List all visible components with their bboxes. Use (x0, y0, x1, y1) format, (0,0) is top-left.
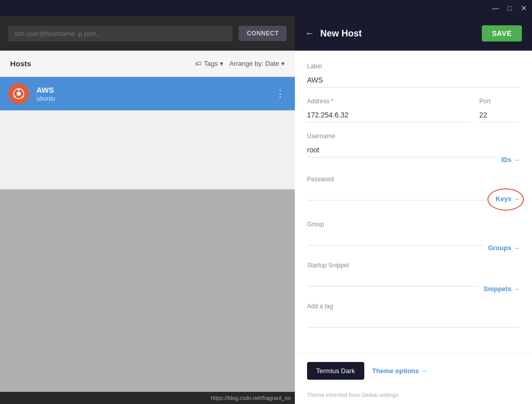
left-panel: CONNECT Hosts 🏷 Tags ▾ Arrange by: Date … (0, 16, 295, 404)
label-group: Label (307, 63, 520, 88)
password-row: Password Keys → (307, 176, 520, 211)
group-group: Group (307, 221, 484, 246)
arrange-label: Arrange by: Date (230, 60, 279, 67)
group-input[interactable] (307, 231, 484, 246)
address-label: Address * (307, 98, 471, 105)
main-layout: CONNECT Hosts 🏷 Tags ▾ Arrange by: Date … (0, 16, 532, 404)
right-panel: ← New Host SAVE Label Address * Port (295, 16, 532, 404)
form-body: Label Address * Port Username (295, 51, 532, 353)
groups-link[interactable]: Groups → (488, 244, 520, 256)
address-input[interactable] (307, 108, 471, 123)
address-group: Address * (307, 98, 471, 123)
keys-link-wrapper: Keys → (496, 195, 520, 211)
arrange-button[interactable]: Arrange by: Date ▾ (230, 60, 285, 67)
ssh-input[interactable] (8, 26, 233, 42)
tags-filter-button[interactable]: 🏷 Tags ▾ (195, 60, 223, 67)
host-list-empty (0, 189, 295, 392)
tag-icon: 🏷 (195, 60, 202, 67)
address-port-row: Address * Port (307, 98, 520, 133)
label-field-label: Label (307, 63, 520, 70)
tag-input[interactable] (307, 313, 520, 328)
tags-chevron-icon: ▾ (220, 60, 223, 67)
back-button[interactable]: ← (305, 28, 314, 39)
svg-point-1 (17, 92, 21, 96)
host-menu-button[interactable]: ⋮ (274, 86, 287, 101)
host-info: AWS ubuntu (36, 86, 274, 102)
password-label: Password (307, 176, 491, 183)
svg-point-2 (18, 89, 20, 91)
host-item-aws[interactable]: AWS ubuntu ⋮ (0, 77, 295, 110)
tags-label: Tags (204, 60, 217, 67)
keys-link[interactable]: Keys → (496, 195, 520, 207)
password-input[interactable] (307, 186, 491, 200)
watermark-bar: https://blog.csdn.net/fragrant_no (0, 392, 295, 404)
save-button[interactable]: SAVE (482, 25, 522, 42)
svg-point-4 (22, 96, 24, 98)
back-icon: ← (305, 28, 314, 39)
host-avatar (8, 83, 29, 104)
group-label: Group (307, 221, 484, 228)
host-list: AWS ubuntu ⋮ (0, 77, 295, 189)
ssh-bar: CONNECT (0, 16, 295, 51)
username-group: Username (307, 133, 497, 157)
username-label: Username (307, 133, 497, 140)
username-input[interactable] (307, 143, 497, 157)
startup-input[interactable] (307, 272, 479, 287)
watermark-text: https://blog.csdn.net/fragrant_no (211, 395, 291, 401)
ids-link[interactable]: IDs → (501, 156, 520, 168)
label-input[interactable] (307, 73, 520, 88)
port-label: Port (479, 98, 520, 105)
port-input[interactable] (479, 108, 520, 123)
password-group: Password (307, 176, 491, 200)
titlebar: — □ ✕ (0, 0, 532, 16)
theme-section: Termius Dark Theme options → (295, 353, 532, 388)
inherited-text: Theme inherited from Global settings (307, 392, 398, 398)
startup-row: Startup Snippet Snippets → (307, 262, 520, 297)
startup-group: Startup Snippet (307, 262, 479, 287)
minimize-button[interactable]: — (491, 4, 500, 12)
svg-point-3 (14, 96, 16, 98)
maximize-button[interactable]: □ (506, 4, 514, 12)
tag-group: Add a tag (307, 303, 520, 328)
tag-label: Add a tag (307, 303, 520, 310)
page-title: New Host (320, 28, 476, 39)
hosts-title: Hosts (10, 59, 189, 68)
close-button[interactable]: ✕ (520, 4, 528, 12)
arrange-chevron-icon: ▾ (281, 60, 285, 67)
port-group: Port (479, 98, 520, 123)
group-row: Group Groups → (307, 221, 520, 256)
snippets-link[interactable]: Snippets → (483, 285, 520, 297)
connect-button[interactable]: CONNECT (239, 26, 287, 41)
host-user: ubuntu (36, 95, 274, 102)
theme-dark-button[interactable]: Termius Dark (307, 362, 364, 380)
host-name: AWS (36, 86, 274, 94)
bottom-info: Theme inherited from Global settings (295, 388, 532, 404)
startup-label: Startup Snippet (307, 262, 479, 269)
right-header: ← New Host SAVE (295, 16, 532, 51)
username-row: Username IDs → (307, 133, 520, 168)
theme-options-link[interactable]: Theme options → (372, 367, 428, 375)
hosts-header: Hosts 🏷 Tags ▾ Arrange by: Date ▾ (0, 51, 295, 77)
